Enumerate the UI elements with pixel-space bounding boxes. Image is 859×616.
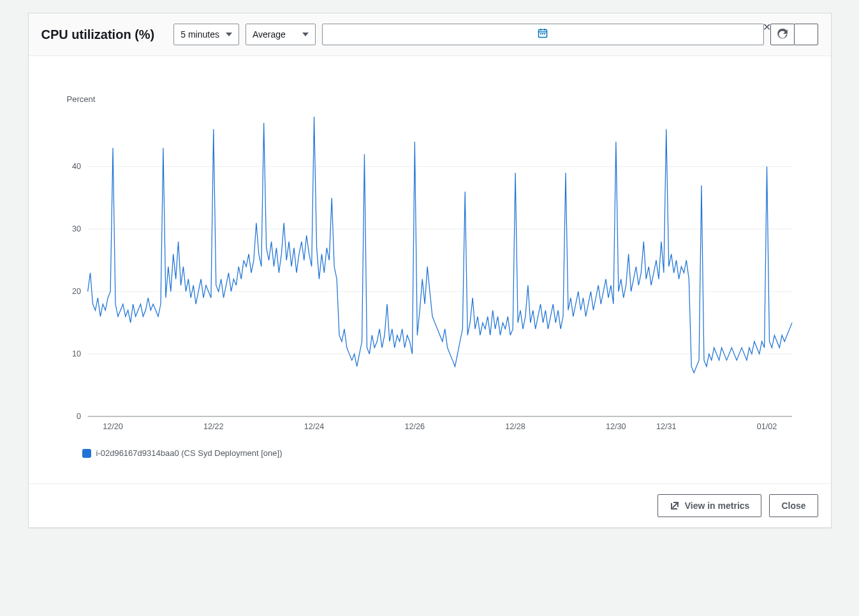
view-in-metrics-label: View in metrics: [685, 501, 750, 511]
statistic-select[interactable]: Average: [246, 24, 316, 45]
svg-text:20: 20: [72, 287, 81, 296]
period-select[interactable]: 5 minutes: [173, 24, 239, 45]
svg-text:30: 30: [72, 225, 81, 234]
svg-rect-6: [544, 33, 545, 34]
svg-text:12/30: 12/30: [606, 422, 626, 431]
calendar-icon: [538, 28, 548, 41]
close-button[interactable]: Close: [769, 494, 818, 517]
svg-text:12/31: 12/31: [656, 422, 676, 431]
svg-text:01/02: 01/02: [756, 422, 777, 431]
line-chart: 01020304012/2012/2212/2412/2612/2812/301…: [54, 110, 805, 442]
chart-area: Percent 01020304012/2012/2212/2412/2612/…: [29, 56, 831, 483]
panel-footer: View in metrics Close: [29, 483, 831, 527]
legend-swatch: [82, 449, 91, 458]
chart-legend: i-02d96167d9314baa0 (CS Syd Deployment […: [54, 442, 805, 477]
y-axis-label: Percent: [67, 94, 805, 104]
view-in-metrics-button[interactable]: View in metrics: [657, 494, 762, 517]
period-select-label: 5 minutes: [180, 29, 219, 40]
panel-title: CPU utilization (%): [41, 27, 155, 42]
external-link-icon: [670, 501, 680, 511]
svg-rect-5: [542, 33, 543, 34]
metric-panel: CPU utilization (%) 5 minutes Average ✕ …: [28, 13, 832, 528]
svg-rect-4: [540, 33, 541, 34]
chevron-down-icon: [226, 33, 232, 36]
svg-text:10: 10: [72, 349, 81, 358]
chevron-down-icon: [302, 33, 309, 36]
legend-label: i-02d96167d9314baa0 (CS Syd Deployment […: [96, 448, 283, 458]
svg-text:12/24: 12/24: [304, 422, 324, 431]
svg-text:40: 40: [72, 163, 81, 172]
svg-text:12/20: 12/20: [103, 422, 123, 431]
svg-text:12/22: 12/22: [203, 422, 224, 431]
close-label: Close: [781, 501, 805, 511]
svg-text:12/26: 12/26: [404, 422, 425, 431]
header-actions: ✕: [770, 24, 818, 45]
svg-text:0: 0: [77, 412, 81, 421]
refresh-button[interactable]: [770, 24, 795, 45]
actions-dropdown[interactable]: [794, 24, 818, 45]
date-range-picker[interactable]: [322, 24, 764, 45]
close-icon[interactable]: ✕: [763, 21, 771, 33]
svg-text:12/28: 12/28: [505, 422, 525, 431]
statistic-select-label: Average: [253, 29, 286, 40]
panel-header: CPU utilization (%) 5 minutes Average ✕: [29, 13, 831, 56]
refresh-icon: [777, 29, 788, 40]
